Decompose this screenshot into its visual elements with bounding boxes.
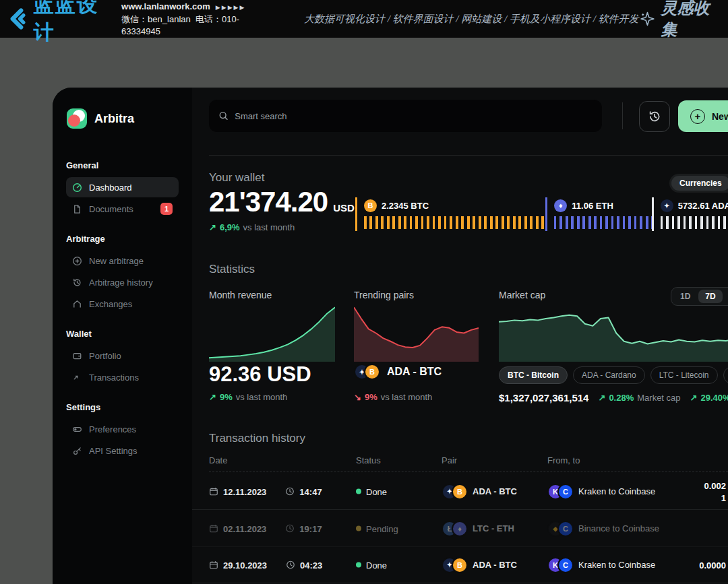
sidebar-item-portfolio[interactable]: Portfolio [66,346,179,366]
holding-eth[interactable]: ♦11.06 ETH [545,197,651,231]
pill-ltc-litecoin[interactable]: LTC - Litecoin [650,366,718,384]
range-7d[interactable]: 7D [698,290,722,303]
calendar-icon [209,487,218,496]
topbar-divider [622,102,623,129]
trending-pair: ✦B ADA - BTC [354,364,442,380]
sidebar-item-new-arbitrage[interactable]: New arbitrage [66,251,179,271]
sidebar: Arbitra General Dashboard Documents 1 Ar… [53,88,192,584]
sidebar-item-documents[interactable]: Documents 1 [66,199,179,219]
banner-services: 大数据可视化设计 / 软件界面设计 / 网站建设 / 手机及小程序设计 / 软件… [304,13,639,26]
app-name: Arbitra [94,112,134,126]
pill-ada-cardano[interactable]: ADA - Cardano [573,366,645,384]
range-1m[interactable]: 1M [724,290,728,303]
arbitra-logo-icon [66,108,88,129]
market-cap-stats: $1,327,027,361,514 ↗0.28%Market cap ↗29.… [499,392,728,403]
nav-group-label: Arbitrage [66,234,179,244]
btc-coin-icon: B [452,484,468,500]
new-arbitrage-button[interactable]: + New arbitrage [678,100,728,132]
table-row[interactable]: 02.11.2023 19:17 Pending Ł♦ LTC - ETH ◆C… [192,511,728,547]
status-label: Done [366,560,387,570]
month-revenue-change: ↗ 9% vs last month [209,392,287,402]
pill-eth-ethereum[interactable]: ETH - Ethereum [723,366,728,384]
sparkle-star-icon [639,9,656,28]
status-label: Pending [366,523,398,533]
calendar-icon [209,560,218,570]
coinbase-icon: C [557,557,574,573]
banner-wechat: 微信：ben_lanlan [121,14,191,24]
promo-banner: 蓝蓝设计 www.lanlanwork.com▶▶▶▶▶ 微信：ben_lanl… [0,0,728,38]
market-cap-chart [499,304,728,362]
documents-badge: 1 [160,203,173,215]
app-logo[interactable]: Arbitra [66,108,179,129]
month-revenue-chart [209,304,335,362]
eth-ticks [554,216,651,229]
banner-arrows: ▶▶▶▶▶ [216,4,246,11]
main-content: + New arbitrage Your wallet Currencies E… [192,88,728,584]
sidebar-item-arbitrage-history[interactable]: Arbitrage history [66,272,179,292]
col-pair: Pair [442,455,457,465]
search-input[interactable] [235,111,593,121]
key-icon [72,446,82,456]
table-row[interactable]: 29.10.2023 04:23 Done ✦B ADA - BTC KC Kr… [192,547,728,583]
sidebar-item-transactions[interactable]: Transactions [66,367,179,387]
eth-coin-icon: ♦ [452,521,468,537]
statistics-section-title: Statistics [209,263,255,276]
row-amounts: 0.0021 [704,480,726,502]
col-from-to: From, to [547,455,580,465]
sidebar-item-exchanges[interactable]: Exchanges [66,294,179,314]
trending-pairs-chart [354,304,479,362]
transfer-arrows-icon [72,372,82,383]
banner-brand[interactable]: 蓝蓝设计 [0,0,111,46]
clock-icon [285,487,295,496]
table-header-divider [209,472,728,472]
wallet-icon [72,351,82,361]
toggle-icon [72,424,82,434]
btc-coin-icon: B [364,364,380,380]
clock-icon [286,560,295,570]
sidebar-item-dashboard[interactable]: Dashboard [66,177,179,197]
arrow-up-icon: ↗ [690,393,698,403]
holding-ada[interactable]: ✦5732.61 ADA [652,197,728,231]
dashboard-window: Arbitra General Dashboard Documents 1 Ar… [53,88,728,584]
row-amounts: 0.0000 [699,560,726,570]
arrow-up-icon: ↗ [209,222,216,232]
month-revenue-value: 92.36 USD [209,362,311,387]
btc-coin-icon: B [452,557,468,573]
banner-collect-link[interactable]: 灵感收集 [639,0,719,40]
btc-coin-icon: B [364,199,377,212]
wallet-section-title: Your wallet [209,171,265,185]
holding-btc[interactable]: B2.2345 BTC [355,197,545,231]
wallet-balance: 21'374.20 USD [209,186,355,218]
toggle-option-currencies[interactable]: Currencies [671,176,728,191]
col-date: Date [209,455,227,465]
balance-currency: USD [333,202,355,214]
ada-coin-icon: ✦ [661,199,673,212]
plus-icon: + [690,109,705,124]
sidebar-item-api-settings[interactable]: API Settings [66,441,179,461]
nav-group-label: Settings [66,402,179,412]
sidebar-item-preferences[interactable]: Preferences [66,419,179,439]
arrow-up-icon: ↗ [598,393,605,403]
col-status: Status [356,455,381,465]
calendar-icon [209,524,218,533]
clock-history-icon [647,109,662,124]
pill-btc-bitcoin[interactable]: BTC - Bitcoin [499,366,568,384]
range-selector: 1D 7D 1M [671,287,728,306]
table-row[interactable]: 12.11.2023 14:47 Done ✦B ADA - BTC KC Kr… [192,474,728,510]
holdings-bar: B2.2345 BTC ♦11.06 ETH ✦5732.61 ADA [355,197,728,231]
balance-value: 21'374.20 [209,186,328,218]
range-1d[interactable]: 1D [673,290,697,303]
banner-website-link[interactable]: www.lanlanwork.com [121,1,210,11]
coinbase-icon: C [557,521,574,537]
clock-icon [285,524,295,533]
history-button[interactable] [639,101,670,132]
exchange-building-icon [72,299,82,309]
search-icon [218,110,229,121]
status-label: Done [366,486,387,496]
trending-pairs-change: ↘ 9% vs last month [354,392,432,402]
search-bar[interactable] [209,100,602,132]
nav-group-label: Wallet [66,329,179,339]
currencies-exchanges-toggle: Currencies Exchanges [669,174,728,193]
market-cap-value: $1,327,027,361,514 [499,392,588,403]
month-revenue-title: Month revenue [209,290,272,300]
